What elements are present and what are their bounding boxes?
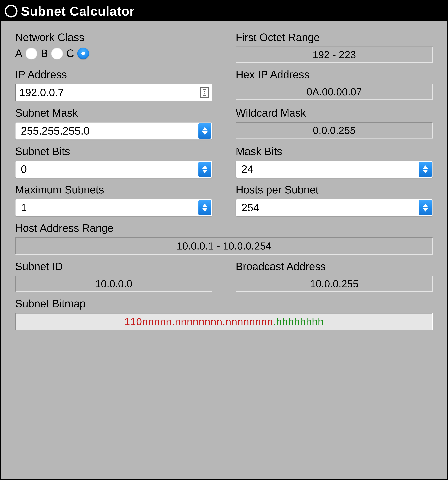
- ip-address-input[interactable]: 192.0.0.7: [15, 84, 212, 101]
- subnet-bits-field: Subnet Bits 0: [15, 146, 212, 178]
- chevron-up-down-icon: [198, 162, 211, 177]
- subnet-bits-label: Subnet Bits: [15, 146, 212, 157]
- mask-bits-label: Mask Bits: [236, 146, 433, 157]
- maximum-subnets-select[interactable]: 1: [15, 199, 212, 216]
- bitmap-seg4: hhhhhhhh: [276, 316, 324, 328]
- body: Network Class A B C First Octet Range 19…: [1, 21, 447, 479]
- maximum-subnets-value: 1: [21, 201, 27, 214]
- hosts-per-subnet-field: Hosts per Subnet 254: [236, 184, 433, 216]
- chevron-up-down-icon: [419, 200, 432, 215]
- subnet-bitmap-label: Subnet Bitmap: [15, 298, 433, 310]
- mask-bits-select[interactable]: 24: [236, 161, 433, 178]
- broadcast-address-label: Broadcast Address: [236, 261, 433, 272]
- host-address-range-label: Host Address Range: [15, 222, 433, 234]
- ip-address-label: IP Address: [15, 69, 212, 80]
- bitmap-seg1: 110nnnnn: [124, 316, 172, 328]
- chevron-up-down-icon: [198, 200, 211, 215]
- first-octet-range-field: First Octet Range 192 - 223: [236, 31, 433, 63]
- network-class-b-label: B: [41, 47, 48, 59]
- subnet-bits-value: 0: [21, 163, 27, 175]
- titlebar: Subnet Calculator: [1, 1, 447, 21]
- subnet-bits-select[interactable]: 0: [15, 161, 212, 178]
- broadcast-address-field: Broadcast Address 10.0.0.255: [236, 261, 433, 292]
- subnet-id-value: 10.0.0.0: [15, 276, 212, 292]
- svg-point-1: [204, 91, 205, 92]
- subnet-mask-label: Subnet Mask: [15, 107, 212, 119]
- host-address-range-value: 10.0.0.1 - 10.0.0.254: [15, 237, 433, 255]
- app-icon: [5, 5, 17, 17]
- network-class-field: Network Class A B C: [15, 31, 212, 63]
- hex-ip-address-label: Hex IP Address: [236, 69, 433, 80]
- network-class-b-radio[interactable]: [51, 48, 63, 59]
- subnet-calculator-window: Subnet Calculator Network Class A B C Fi…: [0, 0, 448, 480]
- wildcard-mask-label: Wildcard Mask: [236, 107, 433, 119]
- network-class-label: Network Class: [15, 31, 212, 43]
- window-title: Subnet Calculator: [21, 4, 135, 19]
- host-address-range-field: Host Address Range 10.0.0.1 - 10.0.0.254: [15, 222, 433, 255]
- wildcard-mask-field: Wildcard Mask 0.0.0.255: [236, 107, 433, 140]
- maximum-subnets-field: Maximum Subnets 1: [15, 184, 212, 216]
- subnet-mask-field: Subnet Mask 255.255.255.0: [15, 107, 212, 140]
- maximum-subnets-label: Maximum Subnets: [15, 184, 212, 196]
- first-octet-range-label: First Octet Range: [236, 31, 433, 43]
- subnet-bitmap-value: 110nnnnn.nnnnnnnn.nnnnnnnn.hhhhhhhh: [15, 313, 433, 330]
- subnet-id-field: Subnet ID 10.0.0.0: [15, 261, 212, 292]
- subnet-mask-value: 255.255.255.0: [21, 125, 89, 137]
- subnet-id-label: Subnet ID: [15, 261, 212, 272]
- wildcard-mask-value: 0.0.0.255: [236, 122, 433, 139]
- network-class-c-radio[interactable]: [77, 48, 89, 59]
- hosts-per-subnet-label: Hosts per Subnet: [236, 184, 433, 196]
- chevron-up-down-icon: [198, 123, 211, 139]
- ip-address-value: 192.0.0.7: [19, 86, 64, 99]
- svg-rect-0: [203, 89, 206, 95]
- contacts-icon[interactable]: [200, 87, 209, 98]
- first-octet-range-value: 192 - 223: [236, 47, 433, 63]
- hosts-per-subnet-select[interactable]: 254: [236, 199, 433, 216]
- hosts-per-subnet-value: 254: [241, 201, 259, 214]
- hex-ip-address-value: 0A.00.00.07: [236, 84, 433, 100]
- hex-ip-address-field: Hex IP Address 0A.00.00.07: [236, 69, 433, 101]
- bitmap-seg3: nnnnnnnn: [225, 316, 273, 328]
- chevron-up-down-icon: [419, 162, 432, 177]
- broadcast-address-value: 10.0.0.255: [236, 276, 433, 292]
- network-class-a-label: A: [15, 47, 22, 59]
- network-class-c-label: C: [66, 47, 74, 59]
- subnet-bitmap-field: Subnet Bitmap 110nnnnn.nnnnnnnn.nnnnnnnn…: [15, 298, 433, 330]
- ip-address-field: IP Address 192.0.0.7: [15, 69, 212, 101]
- mask-bits-value: 24: [241, 163, 253, 175]
- bitmap-seg2: nnnnnnnn: [175, 316, 223, 328]
- mask-bits-field: Mask Bits 24: [236, 146, 433, 178]
- subnet-mask-select[interactable]: 255.255.255.0: [15, 122, 212, 140]
- network-class-a-radio[interactable]: [26, 48, 37, 59]
